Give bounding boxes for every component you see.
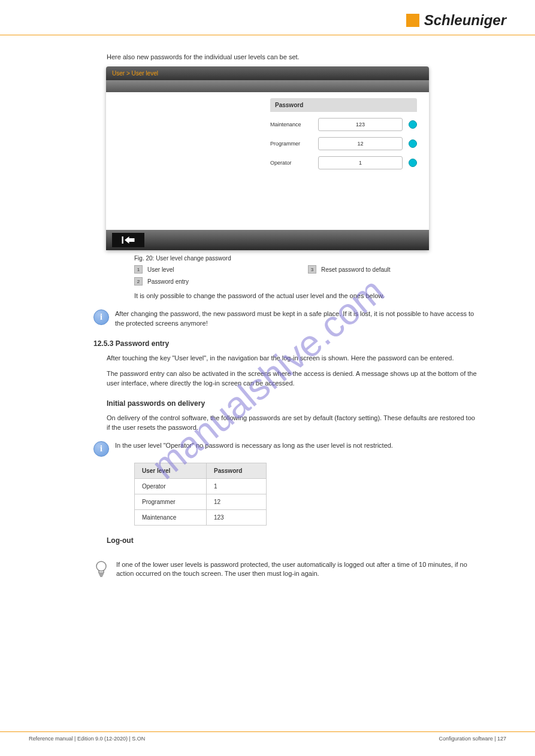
hmi-footer <box>106 230 429 250</box>
row-maintenance: Maintenance 123 <box>270 118 417 131</box>
password-section-header: Password <box>270 98 417 112</box>
th-user-level: User level <box>135 463 207 478</box>
hmi-body: Password Maintenance 123 Programmer 12 O… <box>106 92 429 230</box>
footer-left: Reference manual | Edition 9.0 (12-2020)… <box>29 736 145 742</box>
brand-name: Schleuniger <box>424 12 506 29</box>
brand-logo: Schleuniger <box>406 12 506 29</box>
info-icon <box>93 441 109 457</box>
reset-operator-button[interactable] <box>409 159 417 167</box>
key-box-3: 3 <box>308 265 316 274</box>
cell-level: Programmer <box>135 494 207 509</box>
svg-rect-0 <box>122 236 123 244</box>
tip-box: If one of the lower user levels is passw… <box>93 560 477 579</box>
key-box-2: 2 <box>134 277 143 286</box>
field-operator[interactable]: 1 <box>318 156 403 169</box>
cell-pwd: 12 <box>207 494 267 509</box>
key-label-3: Reset password to default <box>321 266 391 273</box>
info-text-1: After changing the password, the new pas… <box>115 309 477 329</box>
section-heading-logout: Log-out <box>107 536 477 545</box>
hmi-window: User > User level Password Maintenance 1… <box>106 66 429 250</box>
back-arrow-icon <box>121 235 135 245</box>
intro-text: Here also new passwords for the individu… <box>107 53 446 60</box>
reset-programmer-button[interactable] <box>409 139 417 148</box>
bottom-divider <box>0 731 535 732</box>
default-passwords-table: User level Password Operator 1 Programme… <box>134 463 267 526</box>
svg-point-2 <box>96 561 106 571</box>
svg-marker-1 <box>125 236 135 244</box>
footer-right: Configuration software | 127 <box>439 736 506 742</box>
key-label-2: Password entry <box>147 278 189 285</box>
table-row: Maintenance 123 <box>135 509 267 525</box>
info-text-2: In the user level "Operator" no password… <box>115 441 393 451</box>
paragraph-2: The password entry can also be activated… <box>107 369 477 388</box>
row-operator: Operator 1 <box>270 156 417 169</box>
page-footer: Reference manual | Edition 9.0 (12-2020)… <box>0 731 535 756</box>
table-row: Operator 1 <box>135 478 267 494</box>
field-programmer[interactable]: 12 <box>318 137 403 150</box>
label-maintenance: Maintenance <box>270 122 312 127</box>
label-programmer: Programmer <box>270 141 312 147</box>
notice-1: It is only possible to change the passwo… <box>134 292 477 301</box>
key-item-1: 1 User level <box>134 265 308 274</box>
key-box-1: 1 <box>134 265 143 274</box>
reset-maintenance-button[interactable] <box>409 120 417 129</box>
cell-pwd: 1 <box>207 478 267 494</box>
hmi-toolbar <box>106 80 429 92</box>
tip-text: If one of the lower user levels is passw… <box>116 560 477 579</box>
section-heading-password-entry: 12.5.3 Password entry <box>93 339 477 348</box>
key-item-2: 2 Password entry <box>134 277 308 286</box>
page-header: Schleuniger <box>0 0 535 35</box>
figure-key: 1 User level 2 Password entry 3 Reset pa… <box>134 265 506 286</box>
cell-level: Maintenance <box>135 509 207 525</box>
cell-pwd: 123 <box>207 509 267 525</box>
field-maintenance[interactable]: 123 <box>318 118 403 131</box>
logo-square-icon <box>406 14 419 27</box>
lightbulb-icon <box>93 560 109 578</box>
th-password: Password <box>207 463 267 478</box>
table-row: Programmer 12 <box>135 494 267 509</box>
info-icon <box>93 309 109 325</box>
back-button[interactable] <box>112 233 144 247</box>
section-heading-initial-passwords: Initial passwords on delivery <box>107 399 477 408</box>
top-divider <box>0 35 535 35</box>
key-label-1: User level <box>147 266 174 273</box>
row-programmer: Programmer 12 <box>270 137 417 150</box>
info-box-2: In the user level "Operator" no password… <box>93 441 477 457</box>
paragraph-1: After touching the key "User level", in … <box>107 354 477 363</box>
cell-level: Operator <box>135 478 207 494</box>
label-operator: Operator <box>270 160 312 166</box>
hmi-breadcrumb: User > User level <box>106 66 429 80</box>
key-item-3: 3 Reset password to default <box>308 265 391 274</box>
paragraph-3: On delivery of the control software, the… <box>107 414 477 433</box>
figure-caption: Fig. 20: User level change password <box>134 255 506 262</box>
info-box-1: After changing the password, the new pas… <box>93 309 477 329</box>
